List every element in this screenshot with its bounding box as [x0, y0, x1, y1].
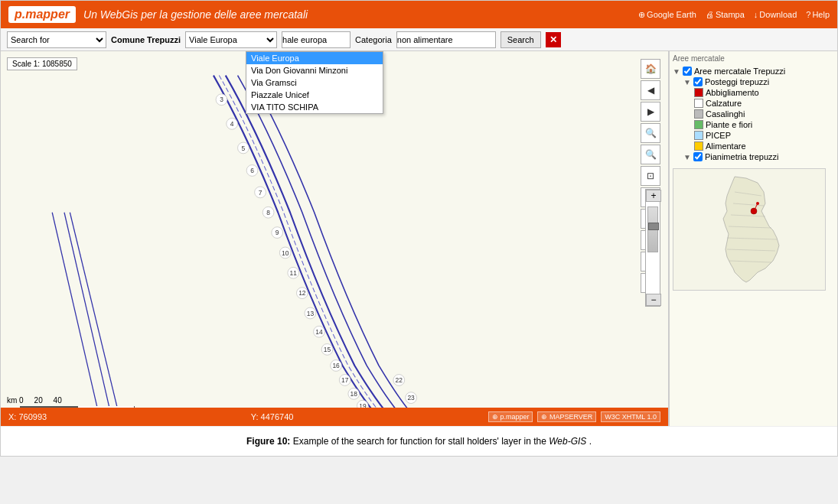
categoria-label: Categoria — [355, 35, 392, 44]
suggestion-item-3[interactable]: Piazzale Unicef — [246, 89, 383, 101]
pmapper-logo: ⊕ p.mapper — [488, 411, 533, 422]
toolbar: Search for Comune Trepuzzi Viale Europa … — [1, 28, 837, 51]
svg-point-55 — [756, 202, 759, 205]
svg-text:15: 15 — [324, 346, 331, 353]
label-casalinghi: Casalinghi — [706, 109, 745, 119]
zoom-thumb — [647, 206, 658, 252]
search-button[interactable]: Search — [501, 31, 541, 48]
svg-text:23: 23 — [407, 394, 415, 402]
expand-icon-pianimetria[interactable]: ▼ — [683, 153, 691, 161]
zoom-out-button[interactable]: 🔍 — [641, 145, 660, 164]
comune-label: Comune Trepuzzi — [111, 35, 181, 44]
svg-text:7: 7 — [259, 189, 262, 197]
dropdown-suggestions: Viale Europa Via Don Giovanni Minzoni Vi… — [246, 51, 383, 114]
expand-icon-root[interactable]: ▼ — [673, 67, 680, 76]
viale-select[interactable]: Viale Europa — [185, 31, 277, 48]
clear-button[interactable]: ✕ — [546, 32, 561, 47]
header-title: Un WebGis per la gestione delle aree mer… — [83, 8, 308, 21]
checkbox-pianimetria[interactable] — [693, 152, 703, 161]
expand-icon-posteggi[interactable]: ▼ — [683, 78, 691, 86]
search-for-select[interactable]: Search for — [7, 31, 106, 48]
label-abbigliamento: Abbigliamento — [706, 88, 759, 97]
caption: Figure 10: Example of the search for fun… — [1, 426, 837, 456]
help-link[interactable]: ?Help — [806, 10, 830, 20]
panel-header-text: Aree mercatale — [673, 54, 834, 63]
label-alimentare: Alimentare — [706, 141, 746, 151]
legend-alimentare: Alimentare — [673, 141, 834, 151]
svg-text:17: 17 — [341, 376, 349, 384]
home-button[interactable]: 🏠 — [641, 59, 660, 79]
svg-text:8: 8 — [266, 209, 270, 216]
svg-text:5: 5 — [242, 145, 246, 152]
label-posteggi: Posteggi trepuzzi — [705, 77, 769, 86]
label-picep: PICEP — [706, 131, 731, 140]
caption-italic: Web-GIS — [549, 436, 586, 447]
svg-text:6: 6 — [250, 167, 254, 174]
caption-figure: Figure 10: — [246, 436, 290, 447]
suggestion-item-2[interactable]: Via Gramsci — [246, 76, 383, 89]
logo: p.mapper — [8, 6, 76, 23]
download-link[interactable]: ↓Download — [754, 10, 797, 20]
svg-text:16: 16 — [332, 362, 340, 369]
legend-picep: PICEP — [673, 130, 834, 141]
stampa-link[interactable]: 🖨Stampa — [706, 10, 745, 20]
svg-text:18: 18 — [351, 390, 358, 398]
svg-text:9: 9 — [276, 229, 279, 236]
pan-left-button[interactable]: ◀ — [641, 80, 660, 100]
coords-logos: ⊕ p.mapper ⊕ MAPSERVER W3C XHTML 1.0 — [488, 411, 660, 422]
full-extent-button[interactable]: ⊡ — [641, 166, 660, 186]
pan-right-button[interactable]: ▶ — [641, 102, 660, 122]
svg-text:3: 3 — [220, 96, 223, 103]
checkbox-posteggi[interactable] — [693, 77, 703, 86]
scale-km-label: km 0 20 40 — [7, 396, 62, 405]
label-piante-fiori: Piante e fiori — [706, 120, 752, 129]
label-pianimetria: Pianimetria trepuzzi — [705, 152, 779, 161]
zoom-plus-button[interactable]: + — [646, 190, 661, 202]
legend-calzature: Calzature — [673, 98, 834, 109]
header-links: ⊕Google Earth 🖨Stampa ↓Download ?Help — [638, 10, 830, 20]
tree-posteggi: ▼ Posteggi trepuzzi — [673, 76, 834, 87]
main-area: Scale 1: 1085850 — [1, 51, 837, 426]
categoria-input[interactable] — [396, 31, 496, 48]
viale-input[interactable] — [282, 31, 351, 48]
x-coord: X: 760993 — [8, 412, 47, 421]
zoom-slider[interactable]: + − — [645, 189, 660, 307]
svg-text:10: 10 — [282, 249, 289, 257]
label-calzature: Calzature — [706, 99, 742, 108]
svg-text:12: 12 — [298, 289, 306, 297]
caption-end: . — [589, 436, 592, 447]
color-calzature — [694, 99, 703, 108]
caption-text: Example of the search for function for s… — [293, 436, 549, 447]
legend-abbigliamento: Abbigliamento — [673, 87, 834, 98]
suggestion-item-0[interactable]: Viale Europa — [246, 52, 383, 64]
color-abbigliamento — [694, 88, 703, 97]
zoom-track — [646, 202, 660, 294]
legend-piante-fiori: Piante e fiori — [673, 119, 834, 130]
google-earth-link[interactable]: ⊕Google Earth — [638, 10, 696, 20]
checkbox-aree-trepuzzi[interactable] — [683, 67, 692, 76]
tree-pianimetria: ▼ Pianimetria trepuzzi — [673, 151, 834, 162]
svg-text:14: 14 — [315, 328, 323, 336]
right-panel: Aree mercatale ▼ Aree mercatale Trepuzzi… — [669, 51, 837, 426]
suggestion-item-4[interactable]: VIA TITO SCHIPA — [246, 101, 383, 113]
label-aree-trepuzzi: Aree mercatale Trepuzzi — [694, 67, 785, 76]
color-alimentare — [694, 141, 703, 151]
zoom-minus-button[interactable]: − — [646, 294, 661, 306]
color-casalinghi — [694, 109, 703, 119]
tree-root: ▼ Aree mercatale Trepuzzi — [673, 66, 834, 76]
zoom-in-button[interactable]: 🔍 — [641, 123, 660, 143]
svg-text:11: 11 — [290, 269, 298, 277]
zoom-handle[interactable] — [648, 223, 659, 230]
mapserver-logo: ⊕ MAPSERVER — [537, 411, 596, 422]
mini-map — [673, 168, 826, 291]
color-piante-fiori — [694, 120, 703, 129]
header: p.mapper Un WebGis per la gestione delle… — [1, 1, 837, 28]
y-coord: Y: 4476740 — [251, 412, 294, 421]
mini-map-svg — [673, 169, 826, 291]
w3c-logo: W3C XHTML 1.0 — [601, 411, 660, 422]
svg-text:13: 13 — [307, 310, 315, 317]
suggestion-item-1[interactable]: Via Don Giovanni Minzoni — [246, 64, 383, 76]
color-picep — [694, 131, 703, 140]
coords-bar: X: 760993 Y: 4476740 ⊕ p.mapper ⊕ MAPSER… — [1, 408, 668, 426]
legend-casalinghi: Casalinghi — [673, 109, 834, 119]
